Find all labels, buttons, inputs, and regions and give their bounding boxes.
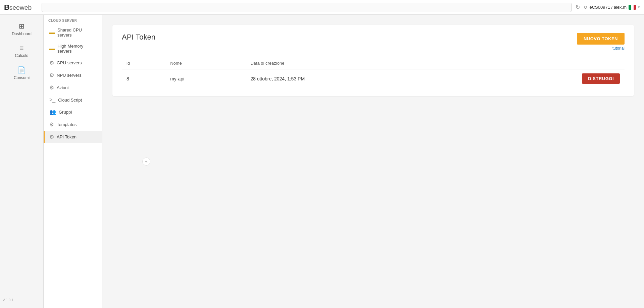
azioni-icon: ⚙ <box>49 84 54 91</box>
sidebar-item-shared-cpu[interactable]: ▬ Shared CPU servers <box>44 24 102 41</box>
calcolo-icon: ≡ <box>20 44 24 52</box>
sidebar-item-dashboard[interactable]: ⊞ Dashboard <box>2 19 41 40</box>
section-label-cloud-server: CLOUD SERVER <box>44 15 102 24</box>
sidebar-item-label-cloud-script: Cloud Script <box>58 98 82 103</box>
layout-inner: CLOUD SERVER ▬ Shared CPU servers ▬ High… <box>44 15 644 308</box>
svg-text:B: B <box>4 3 9 11</box>
nuovo-token-button[interactable]: NUOVO TOKEN <box>577 33 625 45</box>
user-label: eCS00971 / alex.m <box>589 5 627 10</box>
cell-nome: my-api <box>165 69 246 88</box>
search-input[interactable] <box>42 3 572 12</box>
logo: B seeweb <box>4 3 38 12</box>
distruggi-button[interactable]: DISTRUGGI <box>582 73 620 84</box>
sidebar-item-npu[interactable]: ⚙ NPU servers <box>44 69 102 81</box>
api-token-table: id Nome Data di creazione 8 my-api 28 ot… <box>122 57 625 88</box>
sidebar-item-high-memory[interactable]: ▬ High Memory servers <box>44 41 102 57</box>
col-nome: Nome <box>165 57 246 69</box>
templates-icon: ⚙ <box>49 121 54 128</box>
shared-cpu-icon: ▬ <box>49 29 55 36</box>
gpu-icon: ⚙ <box>49 60 54 66</box>
sidebar-item-azioni[interactable]: ⚙ Azioni <box>44 81 102 94</box>
sidebar-item-cloud-script[interactable]: >_ Cloud Script <box>44 94 102 106</box>
sidebar-item-api-token[interactable]: ⚙ API Token <box>44 131 102 143</box>
sidebar-item-templates[interactable]: ⚙ Templates <box>44 118 102 131</box>
cell-action: DISTRUGGI <box>463 69 625 88</box>
gruppi-icon: 👥 <box>49 109 56 115</box>
col-data: Data di creazione <box>246 57 463 69</box>
sidebar-item-label-gruppi: Gruppi <box>59 110 72 115</box>
topbar: B seeweb ↻ ○ eCS00971 / alex.m ▾ <box>0 0 644 15</box>
col-id: id <box>122 57 165 69</box>
npu-icon: ⚙ <box>49 72 54 78</box>
user-menu[interactable]: ○ eCS00971 / alex.m ▾ <box>584 4 640 11</box>
api-token-icon: ⚙ <box>49 134 54 140</box>
col-actions <box>463 57 625 69</box>
tutorial-link[interactable]: tutorial <box>612 46 625 51</box>
layout: ⊞ Dashboard ≡ Calcolo 📄 Consumi V 1.0.1 … <box>0 15 644 308</box>
main-content: API Token NUOVO TOKEN tutorial id Nome D… <box>102 15 644 308</box>
consumi-icon: 📄 <box>17 66 26 74</box>
sidebar-item-gpu[interactable]: ⚙ GPU servers <box>44 57 102 69</box>
sidebar-left-label-consumi: Consumi <box>14 75 30 80</box>
sidebar-left: ⊞ Dashboard ≡ Calcolo 📄 Consumi V 1.0.1 <box>0 15 44 308</box>
chevron-down-icon: ▾ <box>638 5 640 9</box>
card-header: API Token NUOVO TOKEN tutorial <box>122 33 625 51</box>
refresh-button[interactable]: ↻ <box>576 4 580 10</box>
table-row: 8 my-api 28 ottobre, 2024, 1:53 PM DISTR… <box>122 69 625 88</box>
page-title: API Token <box>122 33 155 42</box>
sidebar-item-gruppi[interactable]: 👥 Gruppi <box>44 106 102 118</box>
sidebar-item-label-templates: Templates <box>57 122 77 127</box>
flag-italy <box>629 5 636 10</box>
cloud-script-icon: >_ <box>49 97 55 103</box>
user-icon: ○ <box>584 4 588 11</box>
sidebar-item-label-high-memory: High Memory servers <box>57 44 97 54</box>
sidebar-left-label-dashboard: Dashboard <box>12 32 32 36</box>
sidebar-left-label-calcolo: Calcolo <box>15 53 28 58</box>
cell-data-creazione: 28 ottobre, 2024, 1:53 PM <box>246 69 463 88</box>
high-memory-icon: ▬ <box>49 46 55 52</box>
collapse-sidebar-button[interactable]: « <box>142 158 150 166</box>
sidebar-item-label-shared-cpu: Shared CPU servers <box>57 27 97 38</box>
card-header-actions: NUOVO TOKEN tutorial <box>577 33 625 51</box>
sidebar-item-label-api-token: API Token <box>57 134 77 139</box>
sidebar-item-label-npu: NPU servers <box>57 73 82 78</box>
svg-text:seeweb: seeweb <box>9 4 32 11</box>
sidebar-item-label-azioni: Azioni <box>57 85 68 90</box>
api-token-card: API Token NUOVO TOKEN tutorial id Nome D… <box>112 25 634 96</box>
cell-id: 8 <box>122 69 165 88</box>
version-label: V 1.0.1 <box>0 296 43 305</box>
sidebar-right: CLOUD SERVER ▬ Shared CPU servers ▬ High… <box>44 15 102 308</box>
dashboard-icon: ⊞ <box>19 22 24 30</box>
sidebar-item-consumi[interactable]: 📄 Consumi <box>2 63 41 83</box>
collapse-icon: « <box>145 159 147 164</box>
sidebar-item-label-gpu: GPU servers <box>57 60 82 65</box>
sidebar-item-calcolo[interactable]: ≡ Calcolo <box>2 41 41 61</box>
